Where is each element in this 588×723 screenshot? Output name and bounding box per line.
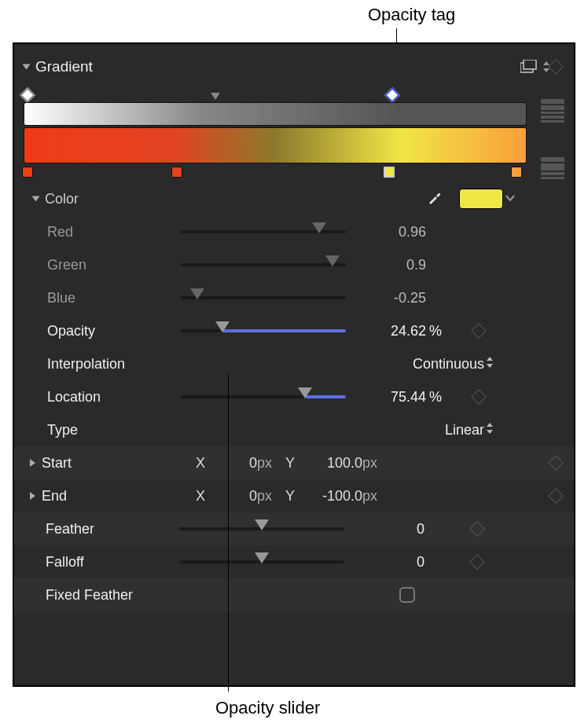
green-slider[interactable]	[181, 263, 346, 266]
green-slider-thumb[interactable]	[325, 255, 340, 266]
start-y-unit: px	[362, 455, 386, 472]
location-label: Location	[47, 389, 181, 406]
svg-marker-4	[487, 357, 493, 361]
start-y-value[interactable]: 100.0	[300, 455, 362, 472]
fixed-feather-checkbox[interactable]	[399, 587, 415, 603]
start-disclosure-icon[interactable]	[30, 459, 35, 467]
opacity-label: Opacity	[47, 323, 181, 339]
gradient-preset-icon[interactable]	[520, 60, 538, 74]
color-stop-4[interactable]	[511, 167, 522, 178]
opacity-slider-thumb[interactable]	[215, 321, 230, 332]
red-slider[interactable]	[181, 230, 346, 233]
opacity-slider-fill	[222, 329, 347, 332]
opacity-row: Opacity 24.62 %	[14, 314, 574, 347]
location-keyframe-icon[interactable]	[471, 389, 487, 405]
start-keyframe-icon[interactable]	[548, 455, 564, 471]
color-stop-3-selected[interactable]	[384, 167, 395, 178]
falloff-slider-thumb[interactable]	[255, 552, 269, 563]
opacity-unit: %	[429, 323, 453, 339]
start-x-value[interactable]: 0	[210, 455, 257, 472]
svg-marker-5	[487, 364, 493, 368]
color-swatch[interactable]	[459, 189, 503, 209]
fixed-feather-label: Fixed Feather	[46, 587, 203, 604]
svg-marker-3	[543, 68, 549, 72]
location-slider[interactable]	[181, 395, 346, 398]
blue-row: Blue -0.25	[14, 281, 574, 314]
location-value[interactable]: 75.44	[358, 389, 429, 406]
type-stepper-icon[interactable]	[486, 421, 494, 439]
gradient-header-row: Gradient	[14, 50, 574, 83]
opacity-value[interactable]: 24.62	[358, 323, 429, 339]
svg-rect-1	[524, 60, 536, 69]
feather-row: Feather 0	[14, 512, 574, 545]
gradient-disclosure-icon[interactable]	[23, 64, 31, 70]
end-x-unit: px	[257, 488, 281, 505]
color-disclosure-icon[interactable]	[32, 196, 40, 202]
type-label: Type	[47, 422, 181, 439]
green-label: Green	[47, 257, 181, 273]
gradient-editor	[14, 83, 574, 178]
interpolation-stepper-icon[interactable]	[486, 355, 494, 373]
color-reverse-icon[interactable]	[541, 168, 564, 179]
color-stop-2[interactable]	[171, 167, 182, 178]
callout-opacity-tag: Opacity tag	[368, 5, 455, 25]
type-row: Type Linear	[14, 413, 574, 446]
color-header-row: Color	[14, 182, 574, 215]
opacity-tag-selected[interactable]	[384, 87, 400, 103]
green-value[interactable]: 0.9	[358, 257, 429, 273]
opacity-midpoint-icon[interactable]	[211, 93, 220, 100]
opacity-reverse-icon[interactable]	[541, 112, 564, 123]
opacity-tag-start[interactable]	[20, 87, 35, 103]
falloff-slider[interactable]	[179, 560, 344, 563]
callout-opacity-slider: Opacity slider	[215, 698, 320, 718]
interpolation-row: Interpolation Continuous	[14, 347, 574, 380]
gradient-keyframe-icon[interactable]	[548, 59, 564, 75]
falloff-value[interactable]: 0	[357, 554, 428, 571]
blue-label: Blue	[47, 290, 181, 306]
svg-marker-6	[487, 423, 493, 427]
blue-slider[interactable]	[181, 296, 346, 299]
interpolation-value[interactable]: Continuous	[413, 356, 484, 373]
svg-marker-2	[543, 61, 549, 65]
falloff-keyframe-icon[interactable]	[469, 554, 485, 570]
end-x-label: X	[191, 488, 210, 505]
start-y-label: Y	[281, 455, 300, 472]
blue-slider-thumb[interactable]	[190, 288, 204, 299]
feather-slider[interactable]	[179, 527, 344, 530]
location-row: Location 75.44 %	[14, 380, 574, 413]
start-label: Start	[42, 455, 152, 472]
color-distribute-icon[interactable]	[541, 157, 564, 168]
gradient-inspector-panel: Gradient Color	[13, 42, 575, 687]
start-x-label: X	[191, 455, 210, 472]
red-label: Red	[47, 224, 181, 240]
end-x-value[interactable]: 0	[210, 488, 257, 505]
end-y-value[interactable]: -100.0	[300, 488, 362, 505]
opacity-gradient-bar[interactable]	[24, 102, 527, 126]
color-chevron-icon[interactable]	[505, 191, 517, 207]
eyedropper-icon[interactable]	[426, 189, 443, 210]
location-slider-thumb[interactable]	[298, 387, 312, 398]
feather-value[interactable]: 0	[357, 521, 428, 538]
opacity-keyframe-icon[interactable]	[471, 323, 487, 339]
end-row: End X 0 px Y -100.0 px	[14, 479, 574, 512]
svg-marker-7	[487, 430, 493, 434]
feather-slider-thumb[interactable]	[255, 519, 269, 530]
location-unit: %	[429, 389, 453, 406]
opacity-slider[interactable]	[181, 329, 346, 332]
falloff-row: Falloff 0	[14, 545, 574, 578]
feather-keyframe-icon[interactable]	[469, 521, 485, 537]
falloff-label: Falloff	[46, 554, 179, 571]
fixed-feather-row: Fixed Feather	[14, 578, 574, 611]
green-row: Green 0.9	[14, 248, 574, 281]
end-keyframe-icon[interactable]	[548, 488, 564, 504]
red-value[interactable]: 0.96	[358, 224, 429, 240]
end-disclosure-icon[interactable]	[30, 492, 35, 500]
opacity-distribute-icon[interactable]	[541, 99, 564, 110]
type-value[interactable]: Linear	[445, 422, 484, 439]
start-x-unit: px	[257, 455, 281, 472]
color-gradient-bar[interactable]	[24, 127, 527, 163]
color-stop-1[interactable]	[22, 167, 33, 178]
end-y-unit: px	[362, 488, 386, 505]
blue-value[interactable]: -0.25	[358, 290, 429, 306]
red-slider-thumb[interactable]	[312, 222, 326, 233]
